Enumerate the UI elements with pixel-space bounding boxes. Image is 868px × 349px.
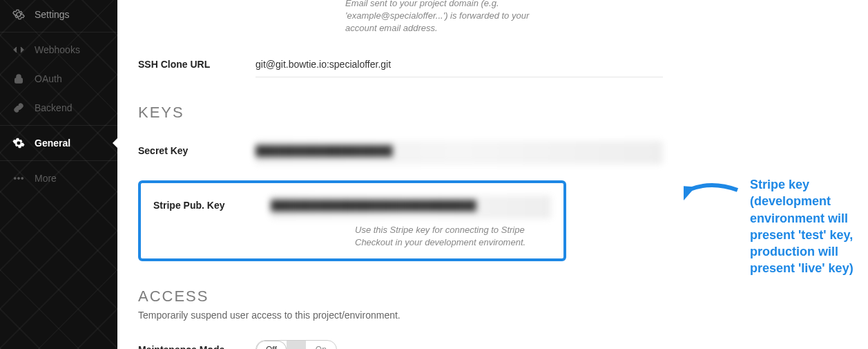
toggle-divider: [287, 341, 306, 349]
sidebar: Settings Webhooks OAuth Backend General …: [0, 0, 117, 349]
ssh-clone-value[interactable]: git@git.bowtie.io:specialoffer.git: [255, 55, 663, 77]
dots-icon: [12, 172, 25, 185]
ssh-clone-row: SSH Clone URL git@git.bowtie.io:specialo…: [138, 55, 663, 77]
link-icon: [12, 102, 25, 114]
annotation-wrap: Stripe key (development environment will…: [684, 176, 868, 277]
keys-section-title: KEYS: [138, 104, 847, 122]
sidebar-item-oauth[interactable]: OAuth: [0, 64, 117, 93]
access-subtitle: Temporarily suspend user access to this …: [138, 310, 847, 321]
secret-key-label: Secret Key: [138, 141, 255, 156]
secret-key-value[interactable]: ████████████████████: [255, 141, 663, 164]
stripe-key-hint: Use this Stripe key for connecting to St…: [271, 224, 547, 249]
sidebar-item-label: Webhooks: [35, 44, 80, 55]
sidebar-item-webhooks[interactable]: Webhooks: [0, 35, 117, 64]
gear-icon: [12, 137, 25, 149]
gear-icon: [12, 8, 25, 21]
main-content: Email sent to your project domain (e.g. …: [117, 0, 868, 349]
stripe-key-label: Stripe Pub. Key: [153, 196, 271, 211]
email-note-line1: Email sent to your project domain (e.g.: [345, 0, 557, 10]
maintenance-row: Maintenance Mode Off On: [138, 340, 663, 349]
toggle-on[interactable]: On: [306, 341, 336, 349]
sidebar-item-general[interactable]: General: [0, 129, 117, 158]
ssh-clone-label: SSH Clone URL: [138, 55, 255, 70]
toggle-off[interactable]: Off: [256, 341, 287, 349]
sidebar-item-label: OAuth: [35, 73, 62, 84]
sidebar-divider: [0, 160, 117, 161]
svg-point-3: [21, 178, 23, 180]
sidebar-divider: [0, 32, 117, 32]
svg-rect-0: [15, 78, 23, 83]
code-icon: [12, 44, 25, 56]
sidebar-item-label: Backend: [35, 102, 72, 113]
stripe-key-row: Stripe Pub. Key ████████████████████████…: [153, 196, 551, 249]
arrow-icon: [684, 176, 739, 204]
secret-key-row: Secret Key ████████████████████: [138, 141, 663, 164]
sidebar-item-backend[interactable]: Backend: [0, 93, 117, 122]
sidebar-divider: [0, 125, 117, 126]
annotation-text: Stripe key (development environment will…: [750, 176, 868, 277]
svg-point-1: [14, 178, 16, 180]
maintenance-label: Maintenance Mode: [138, 340, 255, 349]
email-forward-note: Email sent to your project domain (e.g. …: [345, 0, 557, 35]
maintenance-toggle[interactable]: Off On: [255, 340, 337, 349]
sidebar-item-more[interactable]: More: [0, 164, 117, 193]
sidebar-item-label: General: [35, 138, 70, 149]
access-section-title: ACCESS: [138, 287, 847, 305]
stripe-key-value[interactable]: ██████████████████████████████: [271, 196, 551, 218]
sidebar-item-label: More: [35, 173, 57, 184]
sidebar-item-settings[interactable]: Settings: [0, 0, 117, 29]
lock-icon: [12, 73, 25, 85]
stripe-key-highlight: Stripe Pub. Key ████████████████████████…: [138, 180, 566, 261]
sidebar-item-label: Settings: [35, 9, 70, 20]
email-note-line2: 'example@specialoffer...') is forwarded …: [345, 10, 557, 35]
svg-point-2: [18, 178, 20, 180]
